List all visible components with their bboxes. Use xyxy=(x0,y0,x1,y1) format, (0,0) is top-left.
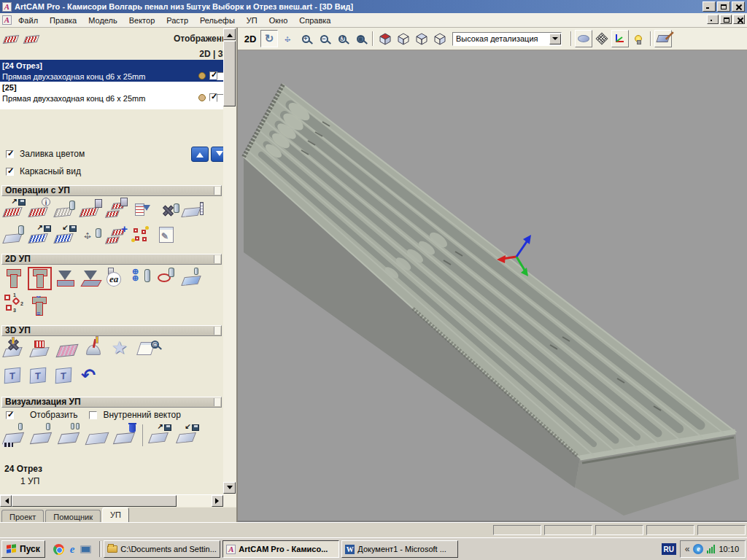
section-operations[interactable]: Операции с УП xyxy=(1,185,222,196)
save-toolpath-file-icon[interactable]: ↗ xyxy=(27,224,53,249)
laser-relief-icon[interactable] xyxy=(28,338,54,362)
section-3d-toolpaths[interactable]: 3D УП xyxy=(1,325,222,336)
child-minimize-button[interactable] xyxy=(707,15,719,24)
inspect-toolpath-icon[interactable]: ⊙ xyxy=(136,338,162,362)
toolpath-summary-icon[interactable]: i xyxy=(27,198,53,222)
internet-explorer-icon[interactable]: e xyxy=(70,543,75,556)
save-toolpath-icon[interactable]: ↗ xyxy=(1,198,27,222)
bevel-carving-icon[interactable] xyxy=(78,266,104,291)
tray-app-icon[interactable]: e xyxy=(693,544,703,554)
create-block-icon[interactable] xyxy=(1,224,27,249)
scroll-right-button[interactable] xyxy=(212,495,223,507)
wireframe-checkbox[interactable] xyxy=(6,168,14,176)
save-simulation-icon[interactable]: ↗ xyxy=(147,423,173,448)
simulate-toolpath-icon[interactable] xyxy=(29,423,55,448)
scroll-left-button[interactable] xyxy=(0,495,12,507)
material-setup-icon[interactable] xyxy=(180,198,206,222)
shaded-view-icon[interactable] xyxy=(575,30,592,47)
view-isometric-icon[interactable] xyxy=(376,30,394,47)
drilling-icon[interactable]: ⊕⊕ xyxy=(129,266,155,291)
hscroll-thumb[interactable] xyxy=(12,495,177,507)
child-restore-button[interactable] xyxy=(720,15,732,24)
load-simulation-icon[interactable]: ↙ xyxy=(175,423,201,448)
tree-item-group[interactable]: [24 Отрез] xyxy=(0,60,223,71)
simulate-all-toolpaths-icon[interactable] xyxy=(57,423,82,448)
taskbar-item-word[interactable]: W Документ1 - Microsoft ... xyxy=(341,540,458,558)
fill-color-checkbox[interactable] xyxy=(6,150,14,158)
menu-window[interactable]: Окно xyxy=(264,15,293,26)
tree-item-toolpath[interactable]: Прямая двухзаходная конц d6 x 25mm xyxy=(0,93,223,104)
language-indicator[interactable]: RU xyxy=(662,543,676,555)
3d-viewport[interactable] xyxy=(238,50,747,521)
3d-cut-out-icon[interactable] xyxy=(82,338,108,362)
z-level-roughing-icon[interactable] xyxy=(55,338,81,362)
menu-toolpaths[interactable]: УП xyxy=(241,15,263,26)
batch-calculate-icon[interactable] xyxy=(104,198,129,222)
minimize-button[interactable] xyxy=(703,1,716,12)
delete-simulation-icon[interactable] xyxy=(112,423,138,448)
rotate-view-icon[interactable]: ↻ xyxy=(260,30,278,47)
v-bit-carving-icon[interactable] xyxy=(53,266,78,291)
2d-view-button[interactable]: 2D xyxy=(241,30,260,47)
machine-relief-tile-3-icon[interactable]: T xyxy=(53,364,78,389)
undo-machining-icon[interactable]: ↶ xyxy=(78,364,104,389)
show-simulation-checkbox[interactable] xyxy=(6,411,14,419)
smart-engraving-icon[interactable]: ea xyxy=(104,266,129,291)
wireframe-view-icon[interactable] xyxy=(593,30,611,47)
reset-block-icon[interactable] xyxy=(85,423,110,448)
load-toolpath-file-icon[interactable]: ↙ xyxy=(53,224,78,249)
view-front-icon[interactable] xyxy=(395,30,412,47)
texture-shading-icon[interactable] xyxy=(654,30,672,47)
move-up-button[interactable] xyxy=(191,147,209,162)
menu-help[interactable]: Справка xyxy=(294,15,336,26)
section-2d-toolpaths[interactable]: 2D УП xyxy=(1,254,222,265)
horizontal-scrollbar[interactable] xyxy=(0,494,223,507)
toolpath-thumbnail-icon[interactable] xyxy=(23,30,47,55)
network-signal-icon[interactable] xyxy=(707,545,715,553)
restore-button[interactable] xyxy=(717,1,730,12)
copy-toolpath-icon[interactable] xyxy=(53,198,78,222)
start-button[interactable]: Пуск xyxy=(1,540,45,558)
menu-model[interactable]: Модель xyxy=(83,15,122,26)
toolpath-template-icon[interactable]: ✎ xyxy=(155,224,180,249)
scroll-down-button[interactable] xyxy=(223,482,236,494)
pan-view-icon[interactable]: ↔↕ xyxy=(279,30,296,47)
menu-edit[interactable]: Правка xyxy=(44,15,82,26)
merge-toolpaths-icon[interactable]: + xyxy=(104,224,129,249)
tool-database-icon[interactable] xyxy=(155,198,180,222)
lighting-toggle-icon[interactable] xyxy=(630,30,647,47)
detail-level-select[interactable]: Высокая детализация xyxy=(452,32,562,46)
tree-item-group[interactable]: [25] xyxy=(0,82,223,93)
feature-machining-icon[interactable]: ★ xyxy=(109,338,135,362)
zoom-extents-icon[interactable]: ▣ xyxy=(352,30,369,47)
simulate-toolpath-control-icon[interactable] xyxy=(1,423,27,448)
taskbar-item-explorer[interactable]: C:\Documents and Settin... xyxy=(104,540,220,558)
taskbar-item-artcam[interactable]: A ArtCAM Pro - Камисо... xyxy=(222,540,339,558)
tray-chevron[interactable]: « xyxy=(685,544,690,554)
tree-item-toolpath[interactable]: Прямая двухзаходная конц d6 x 25mm xyxy=(0,71,223,82)
menu-vector[interactable]: Вектор xyxy=(124,15,160,26)
zoom-out-icon[interactable]: − xyxy=(315,30,333,47)
nest-toolpaths-icon[interactable] xyxy=(129,224,155,249)
menu-raster[interactable]: Растр xyxy=(161,15,193,26)
tab-toolpaths[interactable]: УП xyxy=(102,508,129,524)
machine-relief-tile-1-icon[interactable]: T xyxy=(1,364,27,389)
bridges-icon[interactable]: ⌣≡ xyxy=(27,292,53,317)
transform-toolpath-icon[interactable]: ↔↕ xyxy=(78,224,104,249)
toolpath-notes-icon[interactable] xyxy=(129,198,155,222)
menu-file[interactable]: Файл xyxy=(13,15,43,26)
area-clearance-icon[interactable] xyxy=(27,266,53,291)
machine-relief-tile-2-icon[interactable]: T xyxy=(27,364,53,389)
machine-relief-icon[interactable] xyxy=(1,338,27,362)
view-top-icon[interactable] xyxy=(413,30,430,47)
calculate-toolpath-icon[interactable] xyxy=(78,198,104,222)
origin-toggle-icon[interactable] xyxy=(611,30,629,47)
inner-vector-checkbox[interactable] xyxy=(89,411,97,419)
profile-icon[interactable] xyxy=(1,266,27,291)
section-simulation[interactable]: Визуализация УП xyxy=(1,397,222,408)
menu-reliefs[interactable]: Рельефы xyxy=(195,15,240,26)
machine-2d-relief-icon[interactable] xyxy=(180,266,206,291)
vscroll-thumb[interactable] xyxy=(223,41,236,106)
vertical-scrollbar[interactable] xyxy=(223,28,236,507)
circular-engraving-icon[interactable] xyxy=(155,266,180,291)
